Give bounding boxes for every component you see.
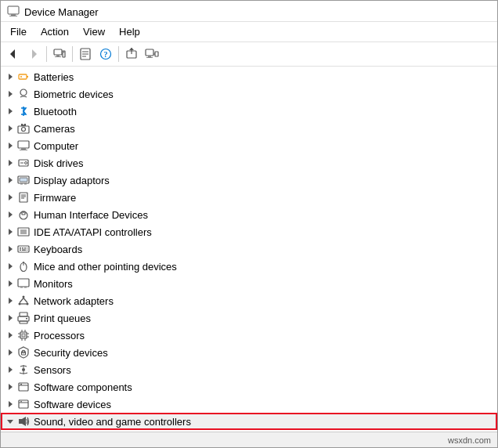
device-label-keyboards: Keyboards	[34, 244, 82, 255]
device-label-ide: IDE ATA/ATAPI controllers	[34, 226, 152, 238]
tree-item-monitors[interactable]: Monitors	[1, 275, 497, 292]
expand-btn-software-components[interactable]	[4, 381, 16, 393]
device-label-biometric: Biometric devices	[34, 89, 114, 100]
device-label-sound: Sound, video and game controllers	[34, 416, 191, 428]
tree-item-cameras[interactable]: Cameras	[1, 120, 497, 137]
expand-btn-network[interactable]	[4, 294, 16, 307]
device-label-network: Network adapters	[34, 295, 114, 307]
svg-rect-114	[20, 384, 22, 385]
forward-button[interactable]	[24, 45, 43, 63]
expand-btn-batteries[interactable]	[4, 70, 16, 83]
expand-btn-software-devices[interactable]	[4, 398, 16, 410]
tree-item-security[interactable]: Security devices	[1, 344, 497, 361]
svg-marker-93	[9, 332, 13, 338]
toolbar-sep-2	[72, 46, 73, 62]
device-icon-keyboards	[16, 242, 31, 256]
expand-btn-security[interactable]	[4, 346, 16, 359]
svg-rect-118	[20, 401, 22, 403]
svg-rect-40	[20, 150, 27, 150]
expand-btn-biometric[interactable]	[4, 88, 16, 100]
svg-marker-55	[9, 211, 13, 218]
tree-item-processors[interactable]: Processors	[1, 327, 497, 344]
svg-rect-5	[54, 49, 62, 55]
properties-button[interactable]	[76, 45, 95, 63]
tree-item-display-adaptors[interactable]: Display adaptors	[1, 172, 497, 189]
tree-item-disk-drives[interactable]: Disk drives	[1, 154, 497, 172]
tree-item-sound[interactable]: Sound, video and game controllers	[1, 413, 497, 430]
svg-marker-119	[7, 420, 13, 424]
svg-rect-67	[22, 247, 23, 249]
svg-rect-48	[24, 183, 27, 185]
expand-btn-cameras[interactable]	[4, 122, 16, 135]
svg-rect-6	[56, 55, 60, 56]
expand-btn-ide[interactable]	[4, 226, 16, 238]
svg-marker-81	[9, 298, 13, 304]
device-label-mice: Mice and other pointing devices	[34, 261, 177, 273]
tree-item-print-queues[interactable]: Print queues	[1, 309, 497, 327]
tree-item-bluetooth[interactable]: Bluetooth	[1, 103, 497, 120]
svg-marker-111	[9, 384, 13, 390]
expand-btn-sensors[interactable]	[4, 363, 16, 376]
device-icon-display-adaptors	[16, 173, 31, 187]
menu-file[interactable]: File	[4, 23, 33, 40]
svg-rect-26	[27, 76, 28, 78]
svg-marker-37	[9, 143, 13, 149]
device-label-computer: Computer	[34, 140, 78, 152]
device-manager-button[interactable]	[50, 45, 69, 63]
svg-marker-59	[9, 229, 13, 235]
expand-btn-bluetooth[interactable]	[4, 105, 16, 117]
tree-item-sensors[interactable]: Sensors	[1, 361, 497, 378]
app-icon	[7, 5, 20, 18]
device-icon-sensors	[16, 363, 31, 377]
svg-marker-33	[9, 125, 13, 132]
tree-item-keyboards[interactable]: Keyboards	[1, 240, 497, 258]
svg-rect-7	[55, 56, 61, 57]
svg-point-30	[20, 89, 27, 96]
expand-btn-processors[interactable]	[4, 329, 16, 341]
expand-btn-hid[interactable]	[4, 208, 16, 221]
tree-item-hid[interactable]: Human Interface Devices	[1, 206, 497, 223]
expand-btn-mice[interactable]	[4, 260, 16, 273]
svg-line-85	[20, 298, 23, 303]
tree-item-computer[interactable]: Computer	[1, 137, 497, 154]
menu-action[interactable]: Action	[34, 23, 75, 40]
svg-marker-24	[9, 74, 13, 80]
tree-item-firmware[interactable]: Firmware	[1, 189, 497, 206]
tree-item-software-devices[interactable]: Software devices	[1, 396, 497, 413]
help-button[interactable]: ?	[96, 45, 115, 63]
expand-btn-firmware[interactable]	[4, 191, 16, 204]
device-tree[interactable]: BatteriesBiometric devicesBluetoothCamer…	[1, 67, 497, 432]
expand-btn-print-queues[interactable]	[4, 312, 16, 324]
expand-btn-sound[interactable]	[4, 415, 16, 428]
device-label-software-components: Software components	[34, 381, 132, 393]
back-button[interactable]	[4, 45, 23, 63]
svg-text:?: ?	[104, 50, 108, 59]
tree-item-ide[interactable]: IDE ATA/ATAPI controllers	[1, 223, 497, 240]
tree-item-network[interactable]: Network adapters	[1, 292, 497, 309]
tree-item-mice[interactable]: Mice and other pointing devices	[1, 258, 497, 275]
svg-rect-22	[155, 52, 158, 56]
device-label-display-adaptors: Display adaptors	[34, 175, 110, 186]
device-icon-bluetooth	[16, 104, 31, 118]
svg-marker-45	[9, 177, 13, 183]
status-bar: wsxdn.com	[1, 432, 497, 447]
device-icon-sound	[16, 414, 31, 428]
expand-btn-keyboards[interactable]	[4, 243, 16, 255]
menu-view[interactable]: View	[77, 23, 111, 40]
device-icon-cameras	[16, 121, 31, 135]
menu-help[interactable]: Help	[113, 23, 146, 40]
svg-marker-31	[9, 108, 13, 114]
expand-btn-monitors[interactable]	[4, 277, 16, 290]
expand-btn-display-adaptors[interactable]	[4, 174, 16, 186]
expand-btn-computer[interactable]	[4, 139, 16, 152]
svg-rect-19	[146, 49, 153, 56]
tree-item-software-components[interactable]: Software components	[1, 378, 497, 396]
tree-item-biometric[interactable]: Biometric devices	[1, 85, 497, 103]
svg-rect-80	[24, 287, 27, 288]
show-hidden-button[interactable]	[143, 45, 161, 63]
tree-item-batteries[interactable]: Batteries	[1, 68, 497, 85]
expand-btn-disk-drives[interactable]	[4, 157, 16, 169]
toolbar: ?	[1, 42, 497, 67]
update-driver-button[interactable]	[122, 45, 141, 63]
device-manager-window: Device Manager File Action View Help	[0, 0, 498, 448]
